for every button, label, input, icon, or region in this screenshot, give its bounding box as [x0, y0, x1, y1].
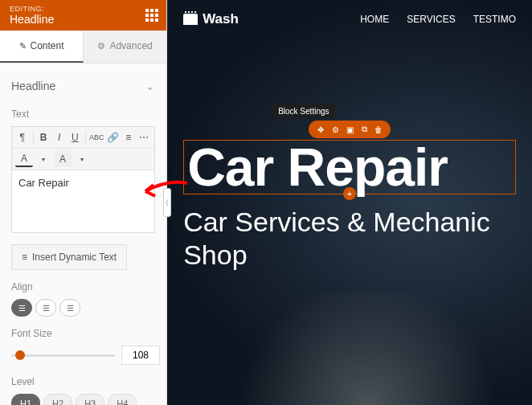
fontsize-slider[interactable]: [11, 354, 115, 357]
duplicate-icon[interactable]: ⧉: [358, 124, 370, 135]
editing-title: Headline: [10, 13, 157, 26]
level-h2[interactable]: H2: [43, 394, 72, 405]
list-button[interactable]: ≡: [121, 129, 136, 145]
insert-dynamic-text-button[interactable]: ≡Insert Dynamic Text: [11, 244, 127, 270]
align-center-button[interactable]: ☰: [35, 299, 56, 317]
text-toolbar: ¶ B I U ABC 🔗 ≡ ⋯ A ▾ A ▾: [11, 126, 155, 170]
text-label: Text: [11, 108, 155, 120]
align-label: Align: [11, 281, 155, 292]
apps-grid-icon[interactable]: [145, 9, 158, 22]
fontsize-input[interactable]: [121, 346, 160, 365]
text-color-button[interactable]: A: [15, 151, 33, 167]
bg-color-dropdown[interactable]: ▾: [73, 151, 91, 167]
level-h3[interactable]: H3: [76, 394, 104, 405]
bg-color-button[interactable]: A: [54, 151, 72, 167]
underline-button[interactable]: U: [68, 129, 83, 145]
hero-subheadline[interactable]: Car Services & Mechanic Shop: [183, 206, 516, 272]
delete-icon[interactable]: 🗑: [373, 124, 384, 135]
text-color-dropdown[interactable]: ▾: [35, 151, 52, 167]
add-block-button[interactable]: +: [343, 187, 356, 200]
settings-icon[interactable]: ⚙: [329, 124, 341, 135]
section-headline[interactable]: Headline ⌄: [11, 75, 155, 97]
sliders-icon: ⚙: [97, 41, 105, 51]
nav-testimonials[interactable]: TESTIMO: [473, 14, 516, 25]
block-settings-label: Block Settings: [272, 104, 335, 119]
level-buttons: H1 H2 H3 H4 H5 H6: [11, 394, 155, 405]
carwash-icon: [183, 14, 198, 25]
content-panel: Headline ⌄ Text ¶ B I U ABC 🔗 ≡ ⋯ A ▾ A …: [0, 63, 166, 405]
panel-resize-handle[interactable]: ⟨: [163, 188, 171, 217]
save-block-icon[interactable]: ▣: [344, 124, 355, 135]
level-h1[interactable]: H1: [11, 394, 40, 405]
nav-home[interactable]: HOME: [360, 14, 389, 25]
align-left-button[interactable]: ☰: [11, 299, 32, 317]
block-toolbar: ✥ ⚙ ▣ ⧉ 🗑: [309, 121, 391, 138]
hero-section: Block Settings ✥ ⚙ ▣ ⧉ 🗑 Car Repair + Ca…: [167, 39, 532, 272]
italic-button[interactable]: I: [52, 129, 67, 145]
sidebar-header: EDITING: Headline: [0, 0, 166, 31]
editing-label: EDITING:: [10, 5, 157, 13]
level-label: Level: [11, 376, 155, 387]
editor-tabs: ✎Content ⚙Advanced: [0, 31, 166, 63]
strikethrough-button[interactable]: ABC: [89, 129, 104, 145]
headline-text-input[interactable]: [11, 170, 155, 233]
pencil-icon: ✎: [19, 41, 27, 51]
hero-headline[interactable]: Car Repair: [187, 141, 512, 194]
nav-services[interactable]: SERVICES: [407, 14, 455, 25]
align-buttons: ☰ ☰ ☰: [11, 299, 155, 317]
preview-canvas: Wash HOME SERVICES TESTIMO Block Setting…: [167, 0, 532, 405]
move-icon[interactable]: ✥: [315, 124, 326, 135]
tab-content[interactable]: ✎Content: [0, 31, 84, 63]
bold-button[interactable]: B: [36, 129, 51, 145]
tab-advanced[interactable]: ⚙Advanced: [84, 31, 166, 63]
database-icon: ≡: [22, 252, 27, 263]
headline-selection-frame[interactable]: Car Repair +: [183, 140, 516, 194]
level-h4[interactable]: H4: [108, 394, 137, 405]
fontsize-label: Font Size: [11, 328, 155, 339]
chevron-down-icon: ⌄: [145, 80, 155, 92]
paragraph-dropdown[interactable]: ¶: [15, 129, 30, 145]
more-button[interactable]: ⋯: [137, 129, 152, 145]
link-button[interactable]: 🔗: [105, 129, 120, 145]
brand-logo[interactable]: Wash: [183, 11, 239, 27]
site-navbar: Wash HOME SERVICES TESTIMO: [167, 0, 532, 39]
align-right-button[interactable]: ☰: [59, 299, 80, 317]
